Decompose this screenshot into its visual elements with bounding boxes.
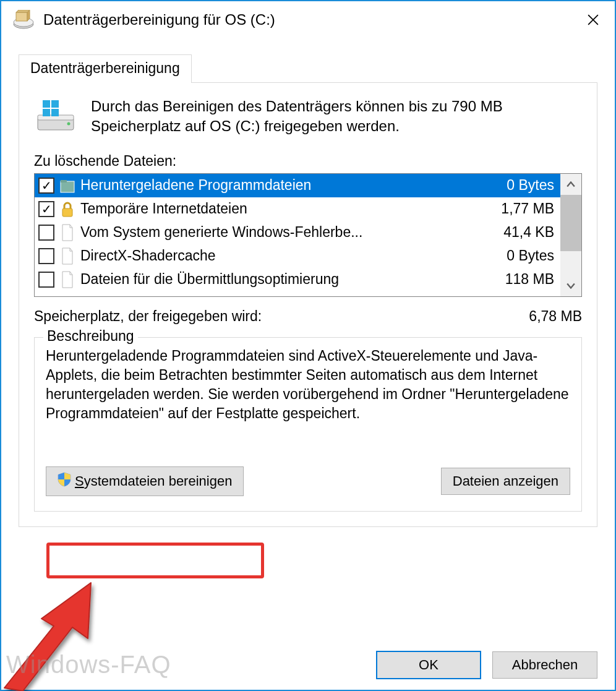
shield-icon xyxy=(58,472,71,491)
ok-button[interactable]: OK xyxy=(376,651,481,679)
file-size: 41,4 KB xyxy=(497,224,557,241)
close-button[interactable] xyxy=(578,4,609,35)
file-checkbox[interactable] xyxy=(38,225,54,241)
svg-rect-12 xyxy=(62,208,72,217)
drive-icon xyxy=(34,97,77,134)
file-name: Heruntergeladene Programmdateien xyxy=(80,177,500,194)
cancel-button[interactable]: Abbrechen xyxy=(492,651,597,679)
content-area: Datenträgerbereinigung xyxy=(1,38,615,527)
window-title: Datenträgerbereinigung für OS (C:) xyxy=(43,11,578,28)
clean-system-files-button[interactable]: Systemdateien bereinigen xyxy=(46,466,244,496)
tab-panel: Durch das Bereinigen des Datenträgers kö… xyxy=(19,83,597,527)
svg-rect-9 xyxy=(51,109,59,116)
scrollbar[interactable] xyxy=(560,174,581,296)
file-type-icon xyxy=(59,247,75,265)
scroll-track[interactable] xyxy=(560,195,581,275)
file-row[interactable]: Temporäre Internetdateien1,77 MB xyxy=(35,197,560,221)
titlebar: Datenträgerbereinigung für OS (C:) xyxy=(1,1,615,38)
file-name: Vom System generierte Windows-Fehlerbe..… xyxy=(80,224,497,241)
file-name: Temporäre Internetdateien xyxy=(80,200,495,217)
file-size: 0 Bytes xyxy=(500,177,557,194)
intro-text: Durch das Bereinigen des Datenträgers kö… xyxy=(91,97,582,137)
svg-rect-6 xyxy=(43,100,50,108)
description-legend: Beschreibung xyxy=(43,328,138,345)
annotation-highlight xyxy=(46,543,264,578)
space-label: Speicherplatz, der freigegeben wird: xyxy=(34,308,262,325)
file-type-icon xyxy=(59,223,75,242)
file-name: Dateien für die Übermittlungsoptimierung xyxy=(80,271,499,288)
clean-system-files-label: Systemdateien bereinigen xyxy=(75,473,232,489)
description-text: Heruntergeladende Programmdateien sind A… xyxy=(46,346,570,423)
file-type-icon xyxy=(59,200,75,218)
file-size: 118 MB xyxy=(499,271,557,288)
file-checkbox[interactable] xyxy=(38,178,54,194)
svg-rect-7 xyxy=(51,100,59,108)
file-type-icon xyxy=(59,176,75,195)
scroll-thumb[interactable] xyxy=(560,195,581,251)
description-buttons: Systemdateien bereinigen Dateien anzeige… xyxy=(46,466,570,496)
svg-rect-10 xyxy=(61,181,74,192)
file-checkbox[interactable] xyxy=(38,201,54,217)
files-to-delete-label: Zu löschende Dateien: xyxy=(34,153,582,170)
svg-rect-8 xyxy=(43,109,50,116)
file-list: Heruntergeladene Programmdateien0 BytesT… xyxy=(34,173,582,297)
file-checkbox[interactable] xyxy=(38,248,54,264)
description-group: Beschreibung Heruntergeladende Programmd… xyxy=(34,337,582,512)
tab-row: Datenträgerbereinigung xyxy=(19,54,597,83)
scroll-down-icon[interactable] xyxy=(560,275,581,296)
file-row[interactable]: Vom System generierte Windows-Fehlerbe..… xyxy=(35,221,560,244)
file-list-rows: Heruntergeladene Programmdateien0 BytesT… xyxy=(35,174,560,296)
dialog-window: Datenträgerbereinigung für OS (C:) Daten… xyxy=(0,0,616,691)
disk-cleanup-icon xyxy=(12,10,35,30)
scroll-up-icon[interactable] xyxy=(560,174,581,195)
svg-rect-2 xyxy=(16,12,27,21)
space-row: Speicherplatz, der freigegeben wird: 6,7… xyxy=(34,308,582,325)
intro-row: Durch das Bereinigen des Datenträgers kö… xyxy=(34,97,582,137)
file-row[interactable]: DirectX-Shadercache0 Bytes xyxy=(35,244,560,268)
file-row[interactable]: Dateien für die Übermittlungsoptimierung… xyxy=(35,268,560,291)
dialog-button-bar: OK Abbrechen xyxy=(1,640,615,690)
file-type-icon xyxy=(59,270,75,289)
space-value: 6,78 MB xyxy=(529,308,582,325)
file-size: 0 Bytes xyxy=(500,247,557,264)
view-files-button[interactable]: Dateien anzeigen xyxy=(441,468,570,495)
file-size: 1,77 MB xyxy=(495,200,557,217)
file-name: DirectX-Shadercache xyxy=(80,247,500,264)
file-checkbox[interactable] xyxy=(38,272,54,288)
tab-disk-cleanup[interactable]: Datenträgerbereinigung xyxy=(19,54,192,83)
svg-point-5 xyxy=(67,122,71,126)
tab-strip-filler xyxy=(192,54,597,83)
file-row[interactable]: Heruntergeladene Programmdateien0 Bytes xyxy=(35,174,560,197)
svg-rect-11 xyxy=(61,180,67,182)
